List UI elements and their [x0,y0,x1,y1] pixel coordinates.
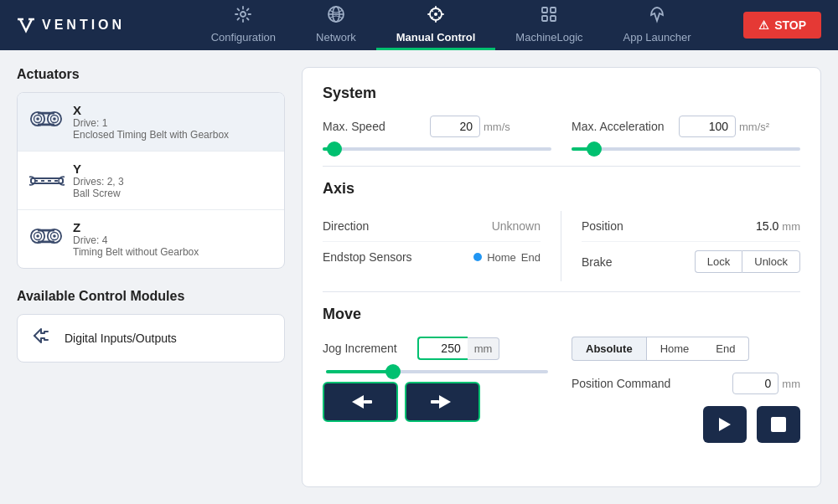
jog-buttons [323,382,551,422]
move-tabs: Absolute Home End [572,337,800,361]
move-title: Move [323,306,800,323]
direction-label: Direction [323,219,369,233]
network-icon [327,5,345,28]
jog-left-icon [345,392,375,412]
nav-network[interactable]: Network [296,0,376,50]
max-accel-field: mm/s² [679,116,769,137]
pos-cmd-input[interactable] [732,373,779,394]
configuration-icon [234,5,252,28]
stop-button[interactable]: ⚠ STOP [743,12,821,39]
stop-square-icon [771,417,786,432]
endstop-row: Endstop Sensors Home End [323,242,541,272]
actuator-x[interactable]: X Drive: 1 Enclosed Timing Belt with Gea… [18,93,284,152]
actuators-title: Actuators [17,67,285,82]
jog-unit: mm [468,337,500,360]
axis-left: Direction Unknown Endstop Sensors Home E… [323,211,561,281]
svg-rect-16 [38,123,54,126]
jog-right-button[interactable] [405,382,480,422]
nav-network-label: Network [316,31,356,44]
main-content: Actuators X [0,50,838,504]
position-command-row: Position Command mm [572,373,800,394]
module-digital-io[interactable]: Digital Inputs/Outputs [18,315,284,362]
tab-absolute[interactable]: Absolute [572,337,646,361]
brake-lock-button[interactable]: Lock [695,250,742,273]
digital-io-icon [31,327,54,350]
jog-left-button[interactable] [323,382,398,422]
svg-rect-21 [54,180,58,182]
nav-configuration[interactable]: Configuration [191,0,296,50]
jog-slider[interactable] [326,370,548,373]
endstop-home-label: Home [487,251,516,264]
max-accel-unit: mm/s² [739,121,769,133]
max-speed-input[interactable] [430,116,480,137]
system-title: System [323,85,800,102]
pos-cmd-unit: mm [782,378,800,390]
position-command-area: Absolute Home End Position Command mm [572,337,800,443]
stop-label: STOP [774,18,806,32]
svg-rect-30 [38,229,54,232]
max-accel-input[interactable] [679,116,736,137]
actuator-y-detail2: Ball Screw [73,188,124,199]
tab-home[interactable]: Home [646,337,703,361]
brake-buttons: Lock Unlock [695,250,800,273]
main-nav: Configuration Network [158,0,743,50]
right-panel: System Max. Speed mm/s Max. Acceleration… [302,67,821,487]
svg-rect-8 [551,16,556,21]
manual-control-icon [427,5,445,28]
actuator-z[interactable]: Z Drive: 4 Timing Belt without Gearbox [18,210,284,268]
play-button[interactable] [703,406,747,443]
endstop-dot-home [473,253,482,261]
accel-slider[interactable] [572,147,800,151]
svg-rect-33 [431,400,439,404]
nav-machinelogic[interactable]: MachineLogic [495,0,603,50]
stop-square-button[interactable] [757,406,800,443]
actuator-y-name: Y [73,162,124,176]
nav-configuration-label: Configuration [211,31,276,44]
tab-end[interactable]: End [702,337,749,361]
jog-right-icon [427,392,458,412]
svg-rect-7 [542,16,547,21]
actuator-y[interactable]: Y Drives: 2, 3 Ball Screw [18,152,284,210]
stop-warning-icon: ⚠ [758,18,769,32]
position-label: Position [582,219,623,233]
nav-manual-control[interactable]: Manual Control [376,0,496,50]
modules-list: Digital Inputs/Outputs [17,314,285,363]
max-accel-label: Max. Acceleration [572,120,672,133]
svg-point-29 [53,234,56,238]
axis-right: Position 15.0mm Brake Lock Unlock [561,211,800,281]
max-speed-field: mm/s [430,116,510,137]
nav-app-launcher[interactable]: App Launcher [603,0,711,50]
jog-label: Jog Increment [323,342,397,355]
system-speed-row: Max. Speed mm/s Max. Acceleration mm/s² [323,116,800,137]
max-speed-unit: mm/s [484,121,510,133]
header: VENTION Configuration Netw [0,0,838,50]
position-value: 15.0mm [756,219,800,233]
svg-point-4 [434,13,437,16]
actuator-x-name: X [73,103,229,117]
actuator-x-info: X Drive: 1 Enclosed Timing Belt with Gea… [73,103,229,141]
axis-grid: Direction Unknown Endstop Sensors Home E… [323,211,800,281]
actuator-z-info: Z Drive: 4 Timing Belt without Gearbox [73,220,199,258]
jog-increment-row: Jog Increment mm [323,337,551,360]
logo: VENTION [17,16,125,34]
jog-input[interactable] [417,337,468,360]
play-icon [717,416,732,433]
app-launcher-icon [648,5,666,28]
svg-rect-15 [38,112,54,115]
actuator-z-name: Z [73,220,199,234]
actuator-y-info: Y Drives: 2, 3 Ball Screw [73,162,124,199]
brake-unlock-button[interactable]: Unlock [742,250,800,273]
logo-icon [17,16,35,34]
actuator-z-icon [29,225,63,253]
actuator-x-icon [29,108,63,136]
actuators-list: X Drive: 1 Enclosed Timing Belt with Gea… [17,92,285,269]
nav-app-launcher-label: App Launcher [623,31,691,44]
module-digital-io-label: Digital Inputs/Outputs [65,332,177,345]
actuator-y-detail1: Drives: 2, 3 [73,176,124,188]
svg-rect-19 [41,180,44,182]
speed-slider[interactable] [323,147,551,151]
pos-cmd-field: mm [732,373,800,394]
position-row: Position 15.0mm [582,211,800,242]
logo-text: VENTION [42,18,125,33]
svg-rect-32 [364,400,372,404]
